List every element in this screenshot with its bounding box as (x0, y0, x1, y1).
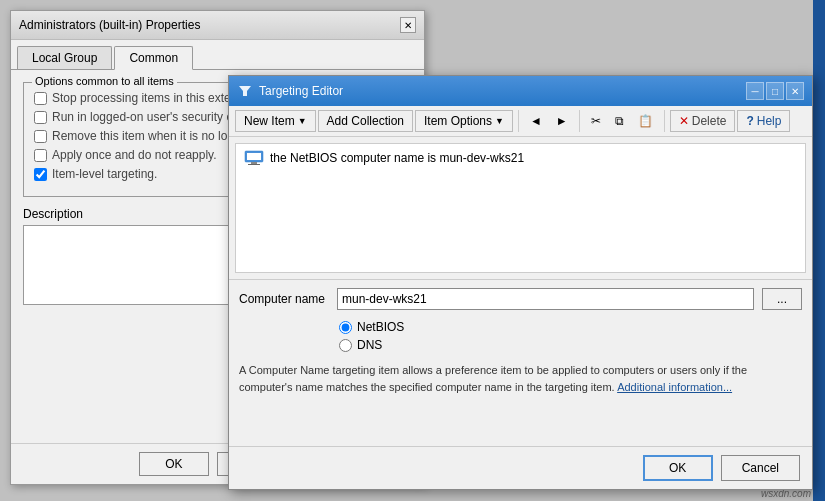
additional-info-link[interactable]: Additional information... (617, 381, 732, 393)
targeting-item[interactable]: the NetBIOS computer name is mun-dev-wks… (236, 144, 805, 172)
targeting-cancel-button[interactable]: Cancel (721, 455, 800, 481)
targeting-editor-dialog: Targeting Editor ─ □ ✕ New Item ▼ Add Co… (228, 75, 813, 490)
close-icon[interactable]: ✕ (400, 17, 416, 33)
move-right-icon[interactable]: ► (550, 110, 574, 132)
help-circle-icon: ? (746, 114, 753, 128)
close-icon[interactable]: ✕ (786, 82, 804, 100)
item-options-arrow-icon: ▼ (495, 116, 504, 126)
radio-dns[interactable]: DNS (339, 338, 802, 352)
help-label: Help (757, 114, 782, 128)
blue-side-accent (813, 0, 825, 501)
targeting-dialog-title: Targeting Editor (259, 84, 343, 98)
new-item-label: New Item (244, 114, 295, 128)
bg-dialog-title: Administrators (built-in) Properties (19, 18, 200, 32)
delete-label: Delete (692, 114, 727, 128)
bg-dialog-tabs: Local Group Common (11, 40, 424, 70)
item-level-label: Item-level targeting. (52, 167, 157, 181)
new-item-button[interactable]: New Item ▼ (235, 110, 316, 132)
radio-group: NetBIOS DNS (339, 320, 802, 352)
add-collection-label: Add Collection (327, 114, 404, 128)
radio-netbios[interactable]: NetBIOS (339, 320, 802, 334)
item-level-checkbox[interactable] (34, 168, 47, 181)
targeting-titlebar: Targeting Editor ─ □ ✕ (229, 76, 812, 106)
add-collection-button[interactable]: Add Collection (318, 110, 413, 132)
stop-checkbox[interactable] (34, 92, 47, 105)
remove-label: Remove this item when it is no lo (52, 129, 227, 143)
computer-icon (244, 150, 264, 166)
apply-label: Apply once and do not reapply. (52, 148, 217, 162)
targeting-footer: OK Cancel (229, 446, 812, 489)
netbios-radio[interactable] (339, 321, 352, 334)
svg-rect-4 (248, 164, 260, 165)
run-checkbox[interactable] (34, 111, 47, 124)
item-options-button[interactable]: Item Options ▼ (415, 110, 513, 132)
remove-checkbox[interactable] (34, 130, 47, 143)
move-up-icon[interactable]: ◄ (524, 110, 548, 132)
options-group-label: Options common to all items (32, 75, 177, 87)
dns-label: DNS (357, 338, 382, 352)
targeting-titlebar-left: Targeting Editor (237, 83, 343, 99)
maximize-icon[interactable]: □ (766, 82, 784, 100)
delete-button[interactable]: ✕ Delete (670, 110, 736, 132)
targeting-item-text: the NetBIOS computer name is mun-dev-wks… (270, 151, 524, 165)
svg-marker-0 (239, 86, 251, 96)
targeting-bottom-panel: Computer name ... NetBIOS DNS A Computer… (229, 279, 812, 407)
titlebar-controls: ─ □ ✕ (746, 82, 804, 100)
bg-dialog-titlebar: Administrators (built-in) Properties ✕ (11, 11, 424, 40)
apply-checkbox[interactable] (34, 149, 47, 162)
description-text: A Computer Name targeting item allows a … (239, 362, 802, 395)
targeting-content-list[interactable]: the NetBIOS computer name is mun-dev-wks… (235, 143, 806, 273)
minimize-icon[interactable]: ─ (746, 82, 764, 100)
computer-name-row: Computer name ... (239, 288, 802, 310)
computer-name-label: Computer name (239, 292, 329, 306)
dns-radio[interactable] (339, 339, 352, 352)
copy-icon[interactable]: ⧉ (609, 110, 630, 132)
computer-name-input[interactable] (337, 288, 754, 310)
toolbar-sep-2 (579, 110, 580, 132)
browse-button[interactable]: ... (762, 288, 802, 310)
help-button[interactable]: ? Help (737, 110, 790, 132)
new-item-arrow-icon: ▼ (298, 116, 307, 126)
svg-rect-2 (247, 153, 261, 160)
netbios-label: NetBIOS (357, 320, 404, 334)
targeting-icon (237, 83, 253, 99)
tab-local-group[interactable]: Local Group (17, 46, 112, 69)
toolbar-sep-3 (664, 110, 665, 132)
item-options-label: Item Options (424, 114, 492, 128)
tab-common[interactable]: Common (114, 46, 193, 70)
toolbar-sep-1 (518, 110, 519, 132)
paste-icon[interactable]: 📋 (632, 110, 659, 132)
bg-ok-button[interactable]: OK (139, 452, 209, 476)
stop-label: Stop processing items in this exte (52, 91, 231, 105)
targeting-ok-button[interactable]: OK (643, 455, 713, 481)
targeting-toolbar: New Item ▼ Add Collection Item Options ▼… (229, 106, 812, 137)
cut-icon[interactable]: ✂ (585, 110, 607, 132)
svg-rect-3 (251, 162, 257, 164)
run-label: Run in logged-on user's security c (52, 110, 232, 124)
